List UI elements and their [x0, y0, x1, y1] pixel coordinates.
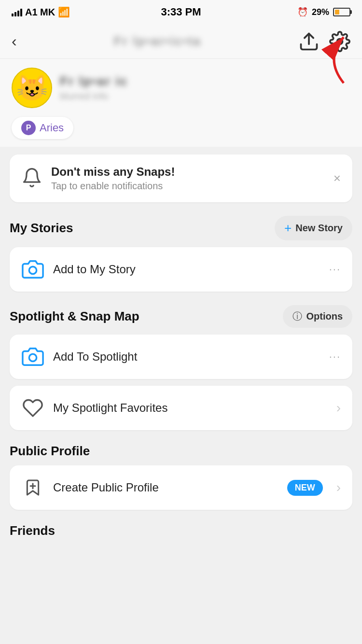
- zodiac-badge[interactable]: P Aries: [12, 117, 73, 139]
- upload-button[interactable]: [298, 31, 320, 52]
- zodiac-area: P Aries: [0, 117, 362, 147]
- add-to-story-card[interactable]: Add to My Story ···: [10, 247, 352, 292]
- spotlight-section-title: Spotlight & Snap Map: [10, 309, 139, 324]
- notification-subtitle: Tap to enable notifications: [51, 181, 325, 192]
- zodiac-label: Aries: [40, 122, 64, 134]
- my-stories-section: My Stories + New Story Add to My Story ·…: [10, 216, 352, 292]
- friends-section-title: Friends: [10, 523, 55, 538]
- notification-banner[interactable]: Don't miss any Snaps! Tap to enable noti…: [10, 154, 352, 202]
- public-profile-header: Public Profile: [10, 444, 352, 459]
- new-badge: NEW: [287, 480, 323, 496]
- status-bar: A1 MK 📶 3:33 PM ⏰ 29%: [0, 0, 362, 24]
- spotlight-favorites-card[interactable]: My Spotlight Favorites ›: [10, 386, 352, 430]
- signal-icon: [12, 8, 22, 16]
- zodiac-icon: P: [21, 121, 36, 135]
- nav-icons: [298, 31, 350, 52]
- friends-section-header: Friends: [10, 523, 352, 538]
- heart-icon: [21, 396, 44, 420]
- notification-title: Don't miss any Snaps!: [51, 165, 325, 179]
- spotlight-more-icon[interactable]: ···: [329, 350, 341, 363]
- upload-icon: [298, 31, 320, 52]
- add-to-spotlight-label: Add To Spotlight: [53, 350, 320, 364]
- status-left: A1 MK 📶: [12, 6, 70, 18]
- main-content: Don't miss any Snaps! Tap to enable noti…: [0, 147, 362, 560]
- add-to-story-label: Add to My Story: [53, 263, 320, 276]
- story-more-icon[interactable]: ···: [329, 263, 341, 276]
- create-profile-chevron[interactable]: ›: [336, 480, 341, 495]
- nav-title: Fr lp•ar•ic•ta: [17, 34, 298, 49]
- friends-section: Friends: [10, 523, 352, 538]
- settings-button[interactable]: [329, 31, 350, 52]
- create-public-profile-card[interactable]: Create Public Profile NEW ›: [10, 465, 352, 510]
- spotlight-favorites-label: My Spotlight Favorites: [53, 401, 328, 415]
- profile-subtitle: blurred info: [60, 91, 350, 102]
- profile-avatar[interactable]: 😺: [12, 68, 52, 108]
- top-nav: ‹ Fr lp•ar•ic•ta: [0, 24, 362, 59]
- create-public-profile-label: Create Public Profile: [53, 481, 278, 494]
- svg-point-4: [29, 354, 36, 361]
- battery-icon: [333, 8, 350, 16]
- new-story-button[interactable]: + New Story: [275, 216, 352, 240]
- wifi-icon: 📶: [58, 6, 70, 18]
- battery-percent: 29%: [312, 7, 329, 17]
- svg-point-3: [29, 266, 36, 274]
- bookmark-plus-icon: [21, 476, 44, 499]
- status-time: 3:33 PM: [161, 6, 201, 18]
- options-button[interactable]: ⓘ Options: [283, 305, 352, 328]
- story-camera-icon: [21, 258, 44, 281]
- svg-point-1: [337, 39, 343, 44]
- spotlight-favorites-chevron[interactable]: ›: [336, 400, 341, 416]
- plus-icon: +: [284, 221, 292, 236]
- info-icon: ⓘ: [292, 310, 302, 323]
- notification-text: Don't miss any Snaps! Tap to enable noti…: [51, 165, 325, 192]
- profile-area: 😺 Fr lp•ar ic blurred info: [0, 59, 362, 117]
- spotlight-camera-icon: [21, 345, 44, 368]
- avatar-emoji: 😺: [16, 73, 48, 103]
- stories-section-header: My Stories + New Story: [10, 216, 352, 240]
- carrier-label: A1 MK: [25, 7, 55, 18]
- stories-section-title: My Stories: [10, 221, 73, 236]
- bell-icon: [21, 167, 42, 190]
- notification-close[interactable]: ×: [334, 171, 341, 186]
- options-label: Options: [306, 311, 343, 322]
- back-button[interactable]: ‹: [12, 32, 17, 50]
- profile-info: Fr lp•ar ic blurred info: [60, 74, 350, 102]
- new-story-label: New Story: [295, 223, 343, 234]
- profile-name: Fr lp•ar ic: [60, 74, 350, 89]
- gear-icon: [329, 31, 350, 52]
- public-profile-section: Public Profile Create Public Profile NEW…: [10, 444, 352, 510]
- alarm-icon: ⏰: [297, 7, 308, 17]
- public-profile-title: Public Profile: [10, 444, 90, 459]
- status-right: ⏰ 29%: [297, 7, 350, 17]
- spotlight-section-header: Spotlight & Snap Map ⓘ Options: [10, 305, 352, 328]
- spotlight-section: Spotlight & Snap Map ⓘ Options Add To Sp…: [10, 305, 352, 430]
- nav-title-text: Fr lp•ar•ic•ta: [114, 34, 201, 49]
- add-to-spotlight-card[interactable]: Add To Spotlight ···: [10, 335, 352, 379]
